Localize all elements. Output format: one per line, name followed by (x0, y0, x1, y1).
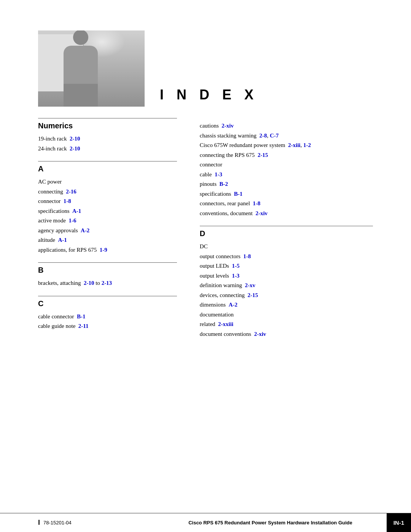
ref-devices-connecting[interactable]: 2-15 (248, 292, 258, 298)
section-c: C cable connector B-1 cable guide note 2… (38, 296, 177, 331)
entry-devices-connecting: devices, connecting 2-15 (200, 291, 373, 300)
ref-applications[interactable]: 1-9 (100, 247, 107, 253)
ref-conventions-doc[interactable]: 2-xiv (255, 210, 268, 216)
entry-cable-connector: cable connector B-1 (38, 312, 177, 322)
entry-connector-pinouts: pinouts B-2 (200, 179, 373, 189)
person-legs (64, 84, 98, 107)
ref-dimensions[interactable]: A-2 (229, 302, 237, 308)
d-header: D (200, 229, 373, 238)
ref-connectors-rear[interactable]: 1-8 (253, 200, 260, 206)
entry-definition-warning: definition warning 2-xv (200, 281, 373, 291)
ref-brackets-1[interactable]: 2-10 (84, 280, 94, 286)
ref-connecting-rps[interactable]: 2-15 (258, 152, 268, 158)
footer-title: Cisco RPS 675 Redundant Power System Har… (154, 520, 386, 526)
ref-document-conventions[interactable]: 2-xiv (254, 331, 266, 337)
entry-dc: DC (200, 242, 373, 252)
ref-ac-connecting[interactable]: 2-16 (66, 189, 76, 195)
ref-cautions[interactable]: 2-xiv (221, 123, 234, 129)
person-body (64, 46, 98, 84)
c-divider (38, 296, 177, 296)
entry-cautions: cautions 2-xiv (200, 121, 373, 131)
entry-ac-power: AC power (38, 177, 177, 187)
footer-left: I 78-15201-04 (0, 519, 154, 527)
numerics-divider (38, 118, 177, 118)
ref-dc-output-levels[interactable]: 1-3 (232, 273, 239, 279)
entry-cable-guide: cable guide note 2-11 (38, 321, 177, 331)
ref-connector-specs[interactable]: B-1 (234, 191, 243, 197)
a-divider (38, 161, 177, 161)
entry-documentation: documentation (200, 310, 373, 320)
entry-connectors-rear: connectors, rear panel 1-8 (200, 199, 373, 209)
header-photo (38, 30, 145, 107)
footer-doc-number: 78-15201-04 (43, 520, 72, 526)
ref-chassis-1[interactable]: 2-8 (259, 133, 267, 139)
entry-dc-output-leds: output LEDs 1-5 (200, 261, 373, 271)
ref-cisco-2[interactable]: 1-2 (303, 142, 311, 148)
entry-document-conventions: document conventions 2-xiv (200, 329, 373, 339)
footer-pipe: I (38, 519, 40, 527)
c-header: C (38, 299, 177, 308)
entry-dc-output-connectors: output connectors 1-8 (200, 252, 373, 262)
ref-dc-output-connectors[interactable]: 1-8 (243, 253, 251, 259)
entry-brackets: brackets, attaching 2-10 to 2-13 (38, 278, 177, 288)
section-numerics: Numerics 19-inch rack 2-10 24-inch rack … (38, 118, 177, 153)
index-title: I N D E X (145, 87, 258, 107)
ref-dc-output-leds[interactable]: 1-5 (232, 263, 239, 269)
entry-agency-approvals: agency approvals A-2 (38, 226, 177, 236)
entry-dc-output-levels: output levels 1-3 (200, 271, 373, 281)
entry-cisco-675w: Cisco 675W redundant power system 2-xiii… (200, 141, 373, 150)
entry-ac-specs: specifications A-1 (38, 206, 177, 216)
ref-agency-approvals[interactable]: A-2 (81, 227, 89, 233)
section-d: D DC output connectors 1-8 output LEDs 1… (200, 226, 373, 339)
d-divider (200, 226, 373, 226)
entry-connector-specs: specifications B-1 (200, 189, 373, 199)
entry-24inch: 24-inch rack 2-10 (38, 144, 177, 154)
entry-connecting-rps: connecting the RPS 675 2-15 (200, 150, 373, 160)
section-a: A AC power connecting 2-16 connector 1-8… (38, 161, 177, 255)
section-c-right: cautions 2-xiv chassis stacking warning … (200, 118, 373, 218)
ref-cable-connector[interactable]: B-1 (77, 313, 86, 320)
entry-chassis-stacking: chassis stacking warning 2-8, C-7 (200, 131, 373, 141)
left-column: Numerics 19-inch rack 2-10 24-inch rack … (38, 118, 192, 347)
ref-cable-guide[interactable]: 2-11 (78, 323, 89, 329)
ref-19inch[interactable]: 2-10 (70, 136, 80, 142)
ref-chassis-2[interactable]: C-7 (270, 133, 279, 139)
page: I N D E X Numerics 19-inch rack 2-10 24-… (0, 0, 411, 532)
ref-brackets-2[interactable]: 2-13 (102, 280, 112, 286)
entry-connector: connector (200, 160, 373, 170)
content-area: Numerics 19-inch rack 2-10 24-inch rack … (0, 118, 411, 347)
entry-altitude: altitude A-1 (38, 235, 177, 245)
entry-19inch: 19-inch rack 2-10 (38, 134, 177, 144)
photo-person (64, 30, 98, 107)
ref-connector-cable[interactable]: 1-3 (215, 171, 222, 177)
b-divider (38, 262, 177, 263)
ref-24inch[interactable]: 2-10 (70, 145, 80, 152)
ref-definition-warning[interactable]: 2-xv (245, 282, 256, 288)
entry-ac-connecting: connecting 2-16 (38, 187, 177, 197)
ref-ac-connector[interactable]: 1-8 (64, 198, 71, 204)
entry-applications: applications, for RPS 675 1-9 (38, 245, 177, 255)
numerics-header: Numerics (38, 121, 177, 130)
entry-active-mode: active mode 1-6 (38, 216, 177, 226)
entry-connector-cable: cable 1-3 (200, 170, 373, 180)
person-head (73, 30, 88, 45)
a-header: A (38, 165, 177, 173)
right-column: cautions 2-xiv chassis stacking warning … (192, 118, 373, 347)
ref-active-mode[interactable]: 1-6 (68, 217, 76, 224)
b-header: B (38, 266, 177, 275)
entry-documentation-related: related 2-xxiii (200, 320, 373, 329)
ref-altitude[interactable]: A-1 (58, 237, 67, 243)
ref-connector-pinouts[interactable]: B-2 (219, 181, 228, 187)
entry-ac-connector: connector 1-8 (38, 197, 177, 206)
footer-page: IN-1 (387, 513, 411, 532)
footer: I 78-15201-04 Cisco RPS 675 Redundant Po… (0, 513, 411, 532)
entry-conventions-doc: conventions, document 2-xiv (200, 209, 373, 219)
section-b: B brackets, attaching 2-10 to 2-13 (38, 262, 177, 288)
entry-dimensions: dimensions A-2 (200, 300, 373, 310)
header-area: I N D E X (0, 0, 411, 118)
ref-ac-specs[interactable]: A-1 (72, 208, 81, 214)
ref-cisco-1[interactable]: 2-xiii (288, 142, 301, 148)
ref-documentation-related[interactable]: 2-xxiii (218, 321, 233, 327)
